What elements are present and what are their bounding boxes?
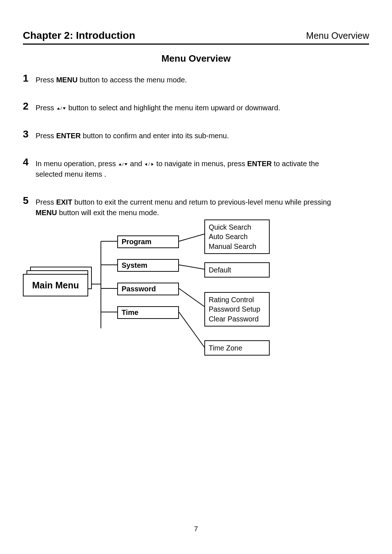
- system-submenu-box: Default: [204, 262, 270, 278]
- submenu-item: Password Setup: [209, 304, 265, 314]
- page-header: Chapter 2: Introduction Menu Overview: [23, 30, 369, 45]
- step-text: Press ENTER button to confirm and enter …: [36, 128, 229, 141]
- step-text: Press MENU button to access the menu mod…: [36, 73, 187, 85]
- svg-line-17: [179, 288, 204, 307]
- submenu-item: Auto Search: [209, 232, 265, 241]
- up-down-icon: /: [118, 160, 128, 168]
- time-box: Time: [117, 306, 179, 319]
- step-item: 4 In menu operation, press / and / to na…: [23, 156, 341, 180]
- svg-text:/: /: [122, 162, 124, 167]
- submenu-item: Rating Control: [209, 295, 265, 304]
- page-number: 7: [0, 525, 392, 533]
- svg-marker-6: [145, 163, 147, 166]
- step-text: In menu operation, press / and / to navi…: [36, 156, 341, 180]
- svg-marker-5: [124, 163, 127, 165]
- up-down-icon: /: [56, 104, 66, 112]
- header-breadcrumb: Menu Overview: [306, 30, 369, 41]
- step-item: 2 Press / button to select and highlight…: [23, 100, 341, 113]
- step-item: 3 Press ENTER button to confirm and ente…: [23, 128, 341, 141]
- time-submenu-box: Time Zone: [204, 340, 270, 356]
- left-right-icon: /: [144, 160, 154, 168]
- password-submenu-box: Rating Control Password Setup Clear Pass…: [204, 292, 270, 327]
- section-title: Menu Overview: [0, 53, 392, 64]
- submenu-item: Clear Password: [209, 314, 265, 324]
- svg-line-16: [179, 265, 204, 269]
- submenu-item: Manual Search: [209, 242, 265, 251]
- step-item: 5 Press EXIT button to exit the current …: [23, 195, 341, 218]
- program-box: Program: [117, 235, 179, 248]
- chapter-title: Chapter 2: Introduction: [23, 30, 135, 41]
- svg-marker-3: [119, 163, 122, 165]
- svg-marker-8: [151, 163, 154, 166]
- svg-text:/: /: [61, 106, 62, 111]
- svg-marker-0: [57, 107, 60, 110]
- svg-line-18: [179, 312, 204, 347]
- main-menu-box: Main Menu: [23, 274, 88, 296]
- menu-tree-diagram: Main Menu Program System Password Time Q…: [23, 216, 342, 372]
- submenu-item: Quick Search: [209, 222, 265, 232]
- password-box: Password: [117, 283, 179, 295]
- step-item: 1 Press MENU button to access the menu m…: [23, 73, 341, 85]
- step-number: 4: [23, 156, 36, 168]
- submenu-item: Time Zone: [209, 343, 265, 353]
- svg-marker-2: [63, 107, 66, 110]
- step-number: 5: [23, 195, 36, 206]
- system-box: System: [117, 259, 179, 272]
- program-submenu-box: Quick Search Auto Search Manual Search: [204, 219, 270, 254]
- step-text: Press / button to select and highlight t…: [36, 100, 280, 113]
- step-number: 2: [23, 100, 36, 112]
- step-number: 1: [23, 73, 36, 84]
- submenu-item: Default: [209, 265, 265, 275]
- steps-list: 1 Press MENU button to access the menu m…: [23, 73, 341, 233]
- step-number: 3: [23, 128, 36, 140]
- step-text: Press EXIT button to exit the current me…: [36, 195, 341, 218]
- svg-line-15: [179, 234, 204, 241]
- svg-text:/: /: [148, 162, 150, 167]
